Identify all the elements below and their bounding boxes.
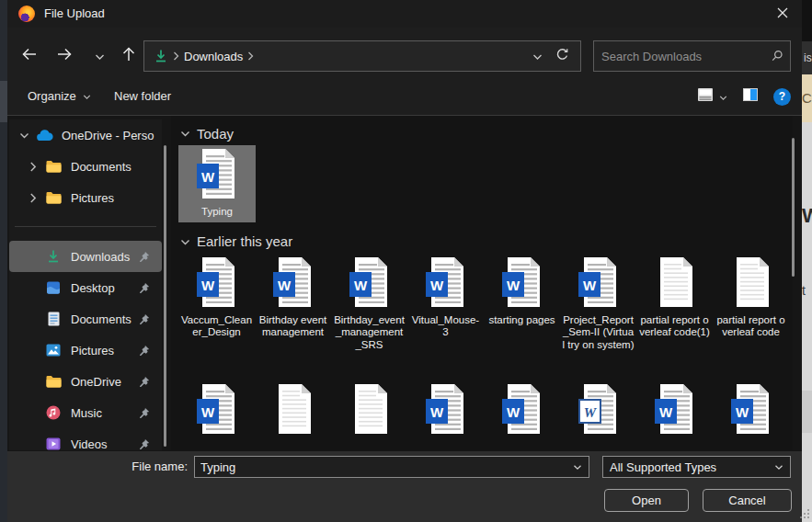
search-input[interactable]	[594, 50, 771, 63]
file-tile-project-report-sem-ii-virtual-try-on-system[interactable]: WProject_Report_Sem-II (Virtual try on s…	[560, 254, 636, 356]
group-header-today[interactable]: Today	[180, 123, 793, 143]
up-button[interactable]	[118, 45, 140, 67]
file-name-input[interactable]	[195, 460, 573, 474]
organize-button[interactable]: Organize	[28, 89, 91, 103]
file-tile-plain[interactable]	[331, 380, 407, 442]
chevron-down-icon	[95, 48, 105, 64]
svg-text:W: W	[658, 404, 672, 420]
background-text-fragment: W	[802, 204, 812, 228]
address-dropdown-icon[interactable]	[532, 48, 543, 64]
svg-text:W: W	[277, 278, 291, 293]
preview-pane-button[interactable]	[742, 87, 759, 106]
folder-icon	[44, 375, 63, 388]
chevron-down-icon[interactable]	[573, 464, 589, 471]
svg-text:W: W	[200, 278, 214, 293]
file-upload-dialog: File Upload	[7, 0, 802, 522]
resize-grip[interactable]	[798, 506, 810, 522]
chevron-right-icon[interactable]	[28, 162, 39, 172]
file-name-combobox[interactable]	[194, 456, 589, 478]
file-tile-partial-report-overleaf-code-1[interactable]: partial report overleaf code(1)	[636, 254, 713, 356]
file-group-today: TodayWTyping	[178, 123, 793, 222]
address-bar[interactable]: Downloads	[143, 40, 581, 72]
sidebar-item-documents[interactable]: Documents	[9, 303, 162, 335]
sidebar-item-music[interactable]: Music	[9, 397, 162, 428]
change-view-button[interactable]	[697, 87, 727, 106]
file-tile-word[interactable]: W	[484, 380, 560, 442]
file-type-value: All Supported Types	[603, 460, 774, 474]
file-tile-plain[interactable]	[255, 380, 331, 442]
folder-icon	[44, 160, 63, 173]
file-tile-vaccum-cleaner-design[interactable]: WVaccum_Cleaner_Design	[178, 254, 255, 356]
navigation-bar: Downloads	[7, 33, 802, 79]
sidebar-item-onedrive[interactable]: OneDrive	[9, 366, 162, 397]
close-button[interactable]	[769, 2, 796, 26]
recent-locations-button[interactable]	[88, 45, 110, 67]
file-tile-birthday-event-management[interactable]: WBirthday event management	[255, 254, 331, 356]
search-box[interactable]	[593, 40, 791, 72]
sidebar-item-desktop[interactable]: Desktop	[9, 272, 162, 303]
word-file-icon: W	[272, 256, 315, 312]
chevron-right-icon[interactable]	[28, 193, 39, 203]
file-tile-word[interactable]: W	[178, 380, 255, 442]
svg-text:W: W	[429, 404, 443, 420]
chevron-down-icon[interactable]	[18, 131, 29, 140]
breadcrumb-downloads[interactable]: Downloads	[184, 50, 243, 63]
background-text-fragment: t	[802, 283, 806, 298]
onedrive-cloud-icon	[35, 129, 53, 142]
forward-arrow-icon	[56, 47, 73, 65]
pictures-icon	[44, 344, 63, 357]
file-tile-word[interactable]: W	[636, 380, 713, 442]
search-icon[interactable]	[771, 50, 793, 62]
folder-icon	[44, 191, 63, 204]
desktop-icon	[44, 280, 63, 295]
back-button[interactable]	[18, 45, 40, 67]
file-tile-word[interactable]: W	[407, 380, 484, 442]
window-title: File Upload	[44, 6, 105, 20]
word-file-icon: W	[501, 256, 543, 312]
forward-button[interactable]	[53, 45, 75, 67]
file-name-label: partial report overleaf code(1)	[638, 314, 711, 339]
file-name-label: Vitual_Mouse-3	[409, 314, 482, 339]
title-bar[interactable]: File Upload	[7, 0, 802, 28]
downloads-icon	[44, 249, 63, 264]
help-button[interactable]: ?	[773, 88, 791, 106]
svg-text:W: W	[429, 278, 443, 293]
file-type-select[interactable]: All Supported Types	[602, 456, 791, 478]
open-button[interactable]: Open	[604, 489, 689, 512]
sidebar-item-pictures[interactable]: Pictures	[9, 335, 162, 366]
preview-pane-icon	[742, 89, 759, 105]
file-list-scrollbar[interactable]	[792, 138, 795, 277]
sidebar-item-pictures[interactable]: Pictures	[9, 182, 162, 213]
sidebar-item-onedrive-perso[interactable]: OneDrive - Perso	[9, 119, 162, 151]
word-file-icon: W	[654, 383, 696, 438]
file-tile-word[interactable]: W	[713, 380, 789, 442]
file-tile-typing[interactable]: WTyping	[178, 145, 256, 222]
new-folder-button[interactable]: New folder	[114, 89, 171, 103]
svg-text:W: W	[582, 278, 596, 293]
file-tile-birthday-event-management-srs[interactable]: WBirthday_event_management_SRS	[331, 254, 407, 356]
file-tile-starting-pages[interactable]: Wstarting pages	[484, 254, 560, 356]
sidebar-item-videos[interactable]: Videos	[9, 428, 162, 450]
sidebar-scrollbar[interactable]	[164, 145, 166, 447]
downloads-location-icon	[154, 49, 168, 63]
pin-icon	[139, 282, 150, 293]
file-tile-word-legacy[interactable]: W	[560, 380, 636, 442]
background-left-sliver	[0, 0, 7, 522]
background-webpage-sliver: is C W t	[802, 0, 812, 522]
sidebar-item-downloads[interactable]: Downloads	[9, 241, 162, 272]
navigation-sidebar: OneDrive - PersoDocumentsPicturesDownloa…	[9, 119, 162, 450]
file-name-label: Vaccum_Cleaner_Design	[180, 314, 253, 339]
chevron-down-icon[interactable]	[774, 464, 790, 471]
pin-icon	[139, 407, 150, 418]
file-tile-vitual-mouse-3[interactable]: WVitual_Mouse-3	[407, 254, 484, 356]
breadcrumb-chevron-icon[interactable]	[247, 51, 254, 61]
group-header-earlier-this-year[interactable]: Earlier this year	[180, 232, 793, 252]
file-tile-partial-report-overleaf-code[interactable]: partial report overleaf code	[713, 254, 789, 356]
cancel-button[interactable]: Cancel	[703, 489, 792, 512]
background-text-fragment: C	[802, 74, 812, 122]
refresh-icon[interactable]	[555, 48, 569, 65]
word-file-icon: W	[425, 383, 467, 438]
breadcrumb-chevron-icon[interactable]	[173, 51, 179, 61]
svg-text:W: W	[506, 278, 520, 293]
sidebar-item-documents[interactable]: Documents	[9, 151, 162, 182]
